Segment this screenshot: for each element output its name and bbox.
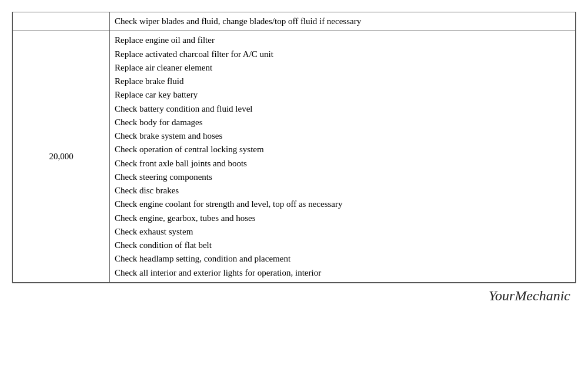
task-item: Check front axle ball joints and boots [115, 157, 570, 170]
task-item: Check exhaust system [115, 225, 570, 239]
task-item: Check brake system and hoses [115, 129, 570, 143]
task-item: Check engine coolant for strength and le… [115, 197, 570, 211]
maintenance-table: Check wiper blades and fluid, change bla… [12, 12, 576, 283]
mileage-cell [13, 12, 110, 31]
task-item: Check battery condition and fluid level [115, 102, 570, 116]
tasks-cell: Check wiper blades and fluid, change bla… [110, 12, 576, 31]
task-item: Check condition of flat belt [115, 239, 570, 252]
task-item: Replace air cleaner element [115, 61, 570, 75]
task-item: Check body for damages [115, 116, 570, 129]
task-item: Check all interior and exterior lights f… [115, 266, 570, 280]
task-item: Check disc brakes [115, 184, 570, 197]
watermark: YourMechanic [12, 288, 576, 304]
task-item: Replace activated charcoal filter for A/… [115, 48, 570, 61]
task-item: Replace car key battery [115, 88, 570, 102]
watermark-text: YourMechanic [489, 288, 570, 303]
task-item: Check wiper blades and fluid, change bla… [115, 15, 570, 28]
task-item: Replace engine oil and filter [115, 33, 570, 47]
task-item: Check headlamp setting, condition and pl… [115, 252, 570, 266]
task-item: Check engine, gearbox, tubes and hoses [115, 212, 570, 225]
mileage-cell: 20,000 [13, 31, 110, 283]
task-item: Replace brake fluid [115, 75, 570, 88]
tasks-cell: Replace engine oil and filterReplace act… [110, 31, 576, 283]
task-item: Check operation of central locking syste… [115, 143, 570, 156]
task-item: Check steering components [115, 170, 570, 184]
